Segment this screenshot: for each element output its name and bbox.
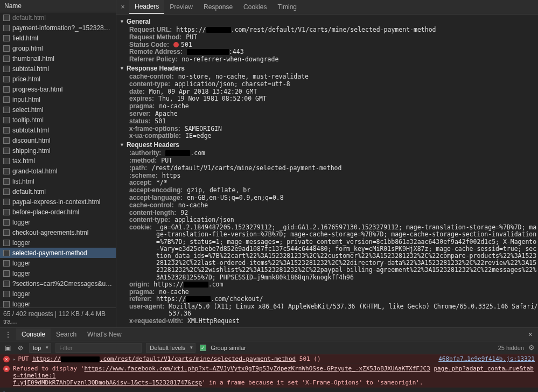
header-value: no-cache	[159, 289, 188, 296]
expand-triangle-icon[interactable]: ▸	[13, 356, 16, 362]
request-row[interactable]: default.html	[0, 186, 116, 197]
name-column-header[interactable]: Name	[0, 0, 116, 12]
header-key: origin:	[129, 281, 149, 289]
request-row[interactable]: logger	[0, 237, 116, 248]
request-row[interactable]: field.html	[0, 33, 116, 43]
drawer-menu-icon[interactable]: ⋮	[0, 330, 16, 339]
header-key: cache-control:	[129, 202, 174, 209]
detail-tabs: × Headers Preview Response Cookies Timin…	[116, 0, 538, 15]
tab-preview[interactable]: Preview	[164, 1, 198, 13]
header-value: .com	[165, 150, 205, 157]
request-row[interactable]: logger	[0, 299, 116, 307]
file-icon	[3, 219, 10, 226]
tab-cookies[interactable]: Cookies	[238, 1, 272, 13]
request-row[interactable]: price.html	[0, 74, 116, 84]
request-row[interactable]: progress-bar.html	[0, 84, 116, 94]
request-name: list.html	[12, 178, 34, 185]
header-key: x-frame-options:	[129, 125, 180, 133]
request-name: tax.html	[12, 157, 35, 165]
hidden-count[interactable]: 25 hidden	[498, 345, 524, 351]
request-row[interactable]: select.html	[0, 104, 116, 115]
request-name: input.html	[12, 96, 40, 103]
header-key: :authority:	[129, 150, 161, 157]
close-drawer-icon[interactable]: ×	[523, 330, 538, 339]
log-levels-dropdown[interactable]: Default levels	[146, 343, 195, 353]
header-value: application/json; charset=utf-8	[174, 81, 290, 88]
header-key: Referrer Policy:	[129, 56, 177, 64]
header-key: referer:	[129, 296, 152, 303]
request-row[interactable]: selected-payment-method	[0, 248, 116, 258]
file-icon	[3, 137, 10, 144]
request-name: payment-information?_=1523281256…	[12, 24, 113, 32]
header-row: server:Apache	[116, 110, 538, 118]
section-header[interactable]: ▼Response Headers	[116, 64, 538, 73]
request-row[interactable]: ?sections=cart%2Cmessages&updat…	[0, 278, 116, 289]
request-row[interactable]: shipping.html	[0, 145, 116, 156]
tab-headers[interactable]: Headers	[129, 0, 164, 14]
console-source-link[interactable]: 468bfa7…1e9e9f414b.js:13321	[432, 355, 535, 362]
request-name: thumbnail.html	[12, 55, 54, 62]
console-filter-input[interactable]	[55, 343, 142, 353]
header-value: Thu, 19 Nov 1981 08:52:00 GMT	[158, 95, 267, 102]
header-key: x-requested-with:	[129, 318, 183, 325]
drawer-tab-search[interactable]: Search	[51, 328, 82, 340]
clear-console-icon[interactable]: ⊘	[16, 344, 25, 352]
console-prompt[interactable]	[0, 388, 538, 392]
request-row[interactable]: group.html	[0, 43, 116, 53]
header-key: cookie:	[129, 224, 152, 232]
request-row[interactable]: tooltip.html	[0, 115, 116, 125]
header-row: x-frame-options:SAMEORIGIN	[116, 125, 538, 133]
request-row[interactable]: thumbnail.html	[0, 53, 116, 64]
tab-timing[interactable]: Timing	[272, 1, 302, 13]
file-icon	[3, 86, 10, 93]
header-value: 501	[173, 41, 192, 48]
header-row: date:Mon, 09 Apr 2018 13:42:20 GMT	[116, 88, 538, 96]
request-row[interactable]: before-place-order.html	[0, 207, 116, 217]
request-row[interactable]: discount.html	[0, 135, 116, 145]
header-value: gzip, deflate, br	[187, 187, 250, 194]
section-header[interactable]: ▼General	[116, 17, 538, 26]
section-header[interactable]: ▼Request Payloadview parsed	[116, 325, 538, 328]
drawer-tab-console[interactable]: Console	[16, 328, 51, 340]
console-toolbar: ▣ ⊘ top Default levels ✓ Group similar 2…	[0, 341, 538, 354]
request-row[interactable]: payment-information?_=1523281256…	[0, 23, 116, 33]
header-row: pragma:no-cache	[116, 289, 538, 296]
header-row: accept-language:en-GB,en-US;q=0.9,en;q=0…	[116, 194, 538, 202]
tab-response[interactable]: Response	[198, 1, 238, 13]
file-icon	[3, 281, 10, 287]
console-error-line[interactable]: ✕▸PUT https://.com/rest/default/V1/carts…	[0, 354, 538, 364]
request-row[interactable]: input.html	[0, 94, 116, 104]
console-error-line[interactable]: ✕Refused to display 'https://www.faceboo…	[0, 364, 538, 388]
header-key: status:	[129, 118, 150, 125]
header-key: expires:	[129, 95, 154, 103]
file-icon	[3, 260, 10, 267]
request-row[interactable]: subtotal.html	[0, 125, 116, 135]
request-row[interactable]: tax.html	[0, 156, 116, 166]
request-row[interactable]: default.html	[0, 12, 116, 23]
request-row[interactable]: logger	[0, 258, 116, 268]
request-row[interactable]: logger	[0, 217, 116, 227]
sidebar-toggle-icon[interactable]: ▣	[3, 344, 12, 352]
request-name: default.html	[12, 14, 46, 22]
section-header[interactable]: ▼Request Headers	[116, 140, 538, 150]
group-similar-checkbox[interactable]: ✓	[200, 345, 206, 351]
header-value: :443	[187, 48, 244, 55]
request-name: logger	[12, 260, 30, 267]
request-row[interactable]: checkout-agreements.html	[0, 227, 116, 237]
request-row[interactable]: subtotal.html	[0, 64, 116, 74]
console-settings-icon[interactable]: ⚙	[528, 344, 535, 352]
disclosure-triangle-icon: ▼	[120, 142, 124, 148]
request-row[interactable]: grand-total.html	[0, 166, 116, 176]
file-icon	[3, 107, 10, 113]
request-row[interactable]: logger	[0, 268, 116, 278]
request-row[interactable]: logger	[0, 289, 116, 299]
drawer-tab-whatsnew[interactable]: What's New	[82, 328, 127, 340]
file-icon	[3, 15, 10, 21]
close-detail-icon[interactable]: ×	[116, 3, 129, 11]
header-value: application/json	[174, 216, 234, 223]
request-row[interactable]: paypal-express-in-context.html	[0, 197, 116, 207]
header-key: x-ua-compatible:	[129, 132, 181, 140]
request-row[interactable]: list.html	[0, 176, 116, 186]
context-dropdown[interactable]: top	[29, 343, 51, 353]
view-parsed-link[interactable]: view parsed	[187, 326, 222, 328]
